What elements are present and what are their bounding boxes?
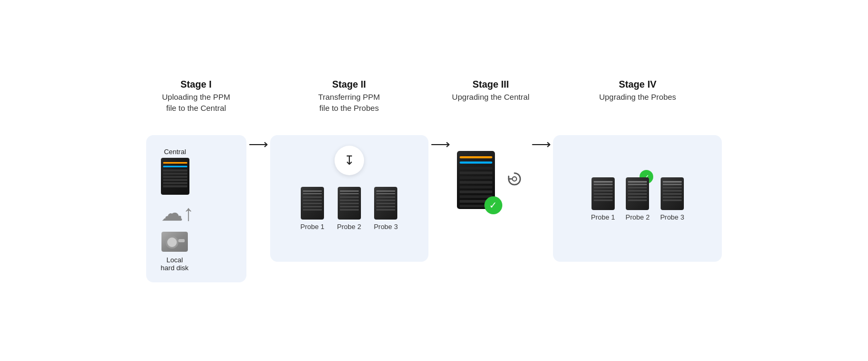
probe-stripe xyxy=(376,206,395,207)
probe-stripe xyxy=(663,190,682,192)
stage-2: Stage II Transferring PPM file to the Pr… xyxy=(270,79,428,262)
arrow-1: ⟶ xyxy=(246,136,270,153)
central-stripe xyxy=(460,172,492,174)
harddisk-body xyxy=(161,232,188,252)
probe-stripe xyxy=(594,190,613,192)
probe-stripe xyxy=(663,187,682,188)
check-icon: ✓ xyxy=(489,200,497,211)
probe-stripe xyxy=(303,206,322,207)
stage2-probe-2-label: Probe 2 xyxy=(337,223,361,231)
stage2-probe-1: Probe 1 xyxy=(300,187,325,231)
gear-refresh-icon xyxy=(504,169,524,191)
stage-3-subtitle: Upgrading the Central xyxy=(452,91,530,102)
central-server-stage3: ✓ xyxy=(457,151,495,209)
probe-stripe xyxy=(303,203,322,204)
stage-4-content: Probe 1 ✓ xyxy=(553,135,722,262)
svg-point-0 xyxy=(512,177,517,181)
stage-2-subtitle: Transferring PPM file to the Probes xyxy=(318,91,380,113)
harddisk-item: Local hard disk xyxy=(161,232,189,272)
stripe xyxy=(163,182,187,184)
arrow-2: ⟶ xyxy=(428,136,452,153)
stage-1: Stage I Uploading the PPM file to the Ce… xyxy=(146,79,246,282)
probe4-server-3 xyxy=(661,177,684,210)
harddisk-label: Local hard disk xyxy=(161,256,189,272)
probe-server-icon-3 xyxy=(374,187,397,220)
probe-stripe xyxy=(340,203,359,204)
cloud-upload-icon: ☁↑ xyxy=(161,202,194,224)
probe-stripe xyxy=(594,200,613,201)
stage4-probe-3-label: Probe 3 xyxy=(660,213,684,221)
stage-3-header: Stage III Upgrading the Central xyxy=(452,79,530,127)
central-stripe xyxy=(460,186,492,188)
stage4-probe2-wrapper: ✓ xyxy=(626,177,649,210)
server-stripes xyxy=(163,169,187,192)
stage-4-header: Stage IV Upgrading the Probes xyxy=(599,79,676,127)
probe-stripe xyxy=(376,203,395,204)
gear-refresh-svg xyxy=(504,169,524,189)
probe-stripe xyxy=(628,193,647,195)
central-stripe xyxy=(460,167,492,169)
stage4-probe-1: Probe 1 xyxy=(591,177,615,221)
arrow-icon-3: ⟶ xyxy=(531,136,551,153)
stage-1-header: Stage I Uploading the PPM file to the Ce… xyxy=(162,79,230,127)
probe4-server-1 xyxy=(592,177,615,210)
download-icon-circle: ↧ xyxy=(335,146,364,175)
probe4-stripes-1 xyxy=(594,187,613,201)
probe-stripe xyxy=(594,187,613,188)
probe-stripe xyxy=(594,193,613,195)
central-stripe xyxy=(460,181,492,184)
central-stripe xyxy=(460,195,492,198)
probe-stripe xyxy=(663,193,682,195)
probe-stripes-3 xyxy=(376,196,395,211)
harddisk-icon xyxy=(161,232,188,254)
probe-stripe xyxy=(376,196,395,198)
probe-stripe xyxy=(303,209,322,211)
stage4-probe-2-label: Probe 2 xyxy=(626,213,650,221)
stage-1-content: Central ☁↑ xyxy=(146,135,246,282)
probe4-stripes-3 xyxy=(663,187,682,201)
probe-server-icon-2 xyxy=(338,187,361,220)
probe-stripe xyxy=(628,187,647,188)
probe4-stripes-2 xyxy=(628,187,647,201)
central-server-icon xyxy=(161,158,189,195)
probe-stripe xyxy=(340,196,359,198)
central-server-item: Central xyxy=(161,148,189,195)
stage-3-title: Stage III xyxy=(472,79,509,90)
probe-stripe xyxy=(340,200,359,201)
probe-stripe xyxy=(594,196,613,198)
arrow-icon-2: ⟶ xyxy=(431,136,450,153)
probes-row-stage2: Probe 1 Probe 2 xyxy=(300,187,398,231)
central-stripe xyxy=(460,191,492,193)
stage-1-title: Stage I xyxy=(180,79,212,90)
stage-3: Stage III Upgrading the Central xyxy=(452,79,530,209)
probe-stripes-1 xyxy=(303,196,322,211)
stripe xyxy=(163,169,187,172)
arrow-3: ⟶ xyxy=(529,136,553,153)
stage4-probe-2: ✓ Probe 2 xyxy=(626,177,650,221)
probe-server-icon-1 xyxy=(301,187,324,220)
arrow-icon-1: ⟶ xyxy=(249,136,268,153)
stage4-probe-3: Probe 3 xyxy=(660,177,684,221)
stage-3-content: ✓ xyxy=(457,151,524,209)
stage-1-subtitle: Uploading the PPM file to the Central xyxy=(162,91,230,113)
probe-stripe xyxy=(303,200,322,201)
probe-stripe xyxy=(340,209,359,211)
stage4-probe1-wrapper xyxy=(592,177,615,210)
stripe xyxy=(163,176,187,178)
probe-stripe xyxy=(628,196,647,198)
stage4-probes-row: Probe 1 ✓ xyxy=(591,177,684,221)
central-check-badge: ✓ xyxy=(484,196,502,214)
stage-2-content: ↧ Probe 1 xyxy=(270,135,428,262)
probe-stripe xyxy=(628,200,647,201)
probe-stripe xyxy=(303,196,322,198)
stripe xyxy=(163,185,187,187)
stage-4-subtitle: Upgrading the Probes xyxy=(599,91,676,102)
server-body xyxy=(161,158,189,195)
probe-stripe xyxy=(663,200,682,201)
probe-stripe xyxy=(376,209,395,211)
stage2-probe-3-label: Probe 3 xyxy=(374,223,398,231)
diagram: Stage I Uploading the PPM file to the Ce… xyxy=(120,69,749,293)
central-label: Central xyxy=(164,148,186,156)
stage-4-title: Stage IV xyxy=(619,79,656,90)
stage2-probe-2: Probe 2 xyxy=(337,187,361,231)
